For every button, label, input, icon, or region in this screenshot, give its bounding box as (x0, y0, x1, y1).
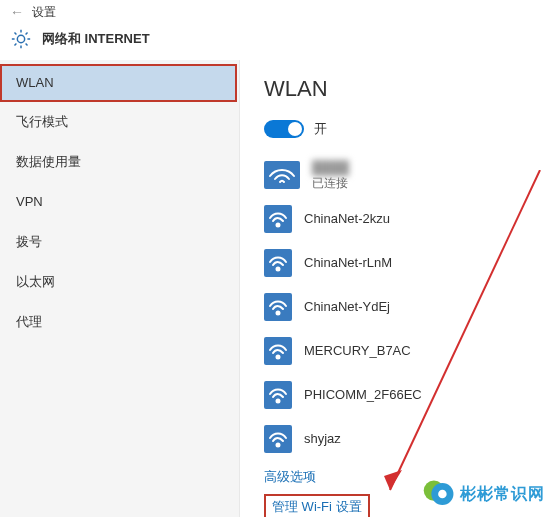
sidebar-item-proxy[interactable]: 代理 (0, 302, 239, 342)
network-ssid: ChinaNet-YdEj (304, 299, 390, 315)
svg-point-3 (277, 312, 280, 315)
svg-point-4 (277, 356, 280, 359)
header-title: 网络和 INTERNET (42, 30, 150, 48)
svg-point-5 (277, 400, 280, 403)
back-icon[interactable]: ← (10, 4, 24, 20)
svg-point-0 (17, 35, 24, 42)
network-item[interactable]: ChinaNet-rLnM (264, 244, 551, 282)
network-ssid: shyjaz (304, 431, 341, 447)
watermark-logo: 彬彬常识网 (422, 477, 545, 511)
network-connected[interactable]: ████ 已连接 (264, 156, 551, 194)
sidebar: WLAN 飞行模式 数据使用量 VPN 拨号 以太网 代理 (0, 60, 240, 517)
svg-point-6 (277, 444, 280, 447)
titlebar-label: 设置 (32, 4, 56, 21)
wifi-icon (264, 205, 292, 233)
wifi-icon (264, 381, 292, 409)
sidebar-item-wlan[interactable]: WLAN (0, 64, 237, 102)
network-item[interactable]: PHICOMM_2F66EC (264, 376, 551, 414)
sidebar-item-dialup[interactable]: 拨号 (0, 222, 239, 262)
network-list: ████ 已连接 ChinaNet-2kzu ChinaNet-rLnM Chi… (264, 156, 551, 458)
sidebar-item-airplane[interactable]: 飞行模式 (0, 102, 239, 142)
connected-status: 已连接 (312, 176, 349, 190)
header: 网络和 INTERNET (0, 24, 551, 60)
main-panel: WLAN 开 ████ 已连接 ChinaNet-2kzu (240, 60, 551, 517)
svg-point-2 (277, 268, 280, 271)
wlan-toggle-label: 开 (314, 120, 327, 138)
wifi-icon (264, 337, 292, 365)
network-item[interactable]: ChinaNet-YdEj (264, 288, 551, 326)
svg-point-1 (277, 224, 280, 227)
network-item[interactable]: ChinaNet-2kzu (264, 200, 551, 238)
network-ssid: ChinaNet-rLnM (304, 255, 392, 271)
sidebar-item-vpn[interactable]: VPN (0, 182, 239, 222)
wlan-toggle[interactable] (264, 120, 304, 138)
page-title: WLAN (264, 76, 551, 102)
network-ssid: PHICOMM_2F66EC (304, 387, 422, 403)
link-manage-wifi[interactable]: 管理 Wi-Fi 设置 (264, 494, 370, 517)
network-item[interactable]: shyjaz (264, 420, 551, 458)
wifi-icon (264, 293, 292, 321)
wifi-icon (264, 161, 300, 189)
svg-point-11 (438, 490, 447, 499)
network-ssid: MERCURY_B7AC (304, 343, 411, 359)
titlebar: ← 设置 (0, 0, 551, 24)
connected-ssid: ████ (312, 160, 349, 176)
sidebar-item-data-usage[interactable]: 数据使用量 (0, 142, 239, 182)
wlan-toggle-row: 开 (264, 120, 551, 138)
wifi-icon (264, 249, 292, 277)
wifi-icon (264, 425, 292, 453)
watermark-text: 彬彬常识网 (460, 484, 545, 505)
gear-icon (10, 28, 32, 50)
network-item[interactable]: MERCURY_B7AC (264, 332, 551, 370)
sidebar-item-ethernet[interactable]: 以太网 (0, 262, 239, 302)
network-ssid: ChinaNet-2kzu (304, 211, 390, 227)
